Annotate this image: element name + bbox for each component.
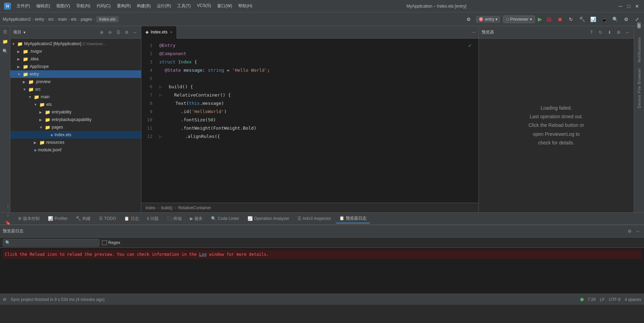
- sidebar-item-device-file-browser[interactable]: Device File Browser: [637, 67, 641, 110]
- settings-icon[interactable]: ⚙: [465, 15, 473, 23]
- run-button[interactable]: ▶: [538, 16, 542, 22]
- panel-hide-icon[interactable]: ─: [131, 29, 138, 36]
- list-item[interactable]: ▶ 📁 .preview: [10, 78, 141, 85]
- arrow-icon: ▼: [39, 125, 43, 129]
- preview-filter-icon[interactable]: ⬇: [606, 29, 613, 36]
- editor-scrollbar[interactable]: [474, 39, 479, 203]
- log-hide-icon[interactable]: ─: [634, 228, 641, 235]
- list-item[interactable]: ▼ 📁 ets: [10, 101, 141, 108]
- device-icon[interactable]: 📱: [600, 15, 608, 23]
- menu-tools[interactable]: 工具(T): [174, 2, 193, 10]
- menu-run[interactable]: 运行(R): [154, 2, 174, 10]
- list-item[interactable]: ▶ 📁 entrybackupcapability: [10, 116, 141, 123]
- log-link[interactable]: Log: [199, 252, 207, 257]
- preview-settings-icon[interactable]: ⚙: [615, 29, 622, 36]
- entry-selector[interactable]: 🎯 entry ▾: [476, 16, 501, 23]
- log-line-1: Click the Reload icon to reload the prev…: [3, 250, 641, 259]
- breadcrumb-item-pages[interactable]: pages: [81, 17, 92, 22]
- tab-services[interactable]: ▶ 服务: [187, 214, 206, 223]
- list-item[interactable]: ▶ 📁 .hvigor: [10, 48, 141, 55]
- collapse-all-icon[interactable]: ⊖: [107, 29, 113, 36]
- breadcrumb-item-main[interactable]: main: [58, 17, 67, 22]
- menu-code[interactable]: 代码(C): [94, 2, 113, 10]
- tab-index-ets[interactable]: ◈ Index.ets ×: [141, 26, 177, 39]
- list-item[interactable]: ▶ 📁 AppScope: [10, 63, 141, 70]
- tab-close-button[interactable]: ×: [170, 30, 172, 34]
- panel-settings-icon[interactable]: ⚙: [123, 29, 130, 36]
- preview-font-icon[interactable]: T: [588, 29, 595, 36]
- close-button[interactable]: ✕: [634, 3, 640, 9]
- sidebar-item-preview-settings[interactable]: 预览器设置与意见: [636, 28, 642, 33]
- list-item[interactable]: ▼ 📁 src: [10, 85, 141, 93]
- list-item[interactable]: ◈ module.jsonf: [10, 146, 141, 154]
- menu-help[interactable]: 帮助(H): [235, 2, 255, 10]
- tab-arkui-inspector[interactable]: ☰ ArkUI Inspector: [294, 215, 335, 222]
- sidebar-item-index-ets[interactable]: ◈ Index.ets: [10, 131, 141, 139]
- preview-actions: T ↻ ⬇ ⚙ ─: [588, 29, 631, 36]
- panel-dropdown-icon[interactable]: ▾: [23, 30, 26, 35]
- list-item[interactable]: ▼ 📁 main: [10, 93, 141, 101]
- menu-window[interactable]: 窗口(W): [214, 2, 235, 10]
- tab-profiler[interactable]: 📊 Profiler: [44, 215, 71, 222]
- preview-hide-icon[interactable]: ─: [624, 29, 631, 36]
- menu-vcs[interactable]: VCS(S): [194, 2, 214, 10]
- search-toolbar-icon[interactable]: 🔍: [611, 15, 619, 23]
- breadcrumb-item-app[interactable]: MyApplication2: [3, 17, 31, 22]
- toolbar-maximize-icon[interactable]: ⤢: [633, 15, 641, 23]
- tree-root[interactable]: ▼ 📁 MyApplication2 [MyApplication] C:\Us…: [10, 40, 141, 48]
- vc-label: 版本控制: [23, 216, 40, 222]
- tab-previewer-log[interactable]: 📋 预览器日志: [336, 214, 370, 223]
- log-settings-icon[interactable]: ⚙: [626, 228, 633, 235]
- toolbar-settings-icon[interactable]: ⚙: [622, 15, 630, 23]
- tab-build[interactable]: 🔨 构建: [72, 214, 94, 223]
- build-icon[interactable]: 🔨: [578, 15, 586, 23]
- tab-file-icon: ◈: [145, 30, 149, 34]
- terminal-label: 终端: [173, 216, 182, 222]
- breadcrumb-item-entry[interactable]: entry: [35, 17, 44, 22]
- tab-terminal[interactable]: ⬛ 终端: [163, 214, 185, 223]
- tab-operation-analyzer[interactable]: 📈 Operation Analyzer: [244, 215, 293, 222]
- reload-icon[interactable]: ↻: [567, 15, 575, 23]
- regex-checkbox[interactable]: [102, 240, 107, 245]
- bottom-panel: 预览器日志 ⚙ ─ 🔍 Regex Click the Reload icon …: [0, 225, 644, 294]
- list-item[interactable]: ▶ 📁 entryability: [10, 108, 141, 116]
- list-item[interactable]: ▶ 📁 resources: [10, 139, 141, 146]
- list-item[interactable]: ▶ 📁 .idea: [10, 55, 141, 63]
- menu-refactor[interactable]: 重构(R): [114, 2, 134, 10]
- expand-all-icon[interactable]: ⊕: [98, 29, 105, 36]
- tab-code-linter[interactable]: 🔍 Code Linter: [208, 215, 242, 222]
- tree-settings-icon[interactable]: ☰: [115, 29, 122, 36]
- previewer-button[interactable]: □ Previewer ▾: [503, 16, 535, 23]
- code-editor[interactable]: ✓ @Entry @Component struct Index { @Stat…: [155, 39, 474, 203]
- menu-view[interactable]: 视图(V): [53, 2, 73, 10]
- preview-reload-icon[interactable]: ↻: [597, 29, 604, 36]
- menu-edit[interactable]: 编辑(E): [33, 2, 53, 10]
- maximize-button[interactable]: □: [626, 3, 632, 9]
- sidebar-icon-1[interactable]: ☰: [1, 28, 9, 36]
- log-search-input[interactable]: 🔍: [3, 239, 99, 246]
- breadcrumb-item-src[interactable]: src: [48, 17, 54, 22]
- menu-navigate[interactable]: 导航(N): [73, 2, 93, 10]
- menu-file[interactable]: 文件(F): [14, 2, 33, 10]
- bookmark-down-icon[interactable]: ↓: [4, 211, 12, 218]
- minimize-button[interactable]: ─: [618, 3, 623, 9]
- profile-icon[interactable]: 📊: [589, 15, 597, 23]
- tab-log[interactable]: 📋 日志: [121, 214, 142, 223]
- regex-checkbox-group: Regex: [102, 240, 120, 245]
- breadcrumb-item-ets[interactable]: ets: [71, 17, 77, 22]
- sidebar-icon-2[interactable]: 📁: [1, 37, 9, 46]
- list-item[interactable]: ▼ 📁 pages: [10, 123, 141, 131]
- bookmark-up-icon[interactable]: ↑: [4, 202, 12, 210]
- stop-run-icon[interactable]: ⏹: [556, 15, 564, 23]
- tab-todo[interactable]: ☰ TODO: [95, 215, 119, 222]
- sidebar-item-entry[interactable]: ▼ 📁 entry: [10, 70, 141, 78]
- sidebar-item-notifications[interactable]: Notifications: [637, 36, 641, 64]
- status-bar-left: ⚙ Sync project finished in 9 s 534 ms (4…: [3, 297, 104, 302]
- sidebar-icon-3[interactable]: 🔍: [1, 47, 9, 55]
- status-vcs[interactable]: ⚙: [3, 297, 7, 302]
- debug-icon[interactable]: 🐞: [545, 15, 553, 23]
- menu-build[interactable]: 构建(B): [134, 2, 153, 10]
- tab-version-control[interactable]: ⚙ 版本控制: [14, 214, 43, 223]
- tab-more-button[interactable]: ⋯: [469, 30, 479, 35]
- tab-problems[interactable]: ℹ 问题: [144, 214, 162, 223]
